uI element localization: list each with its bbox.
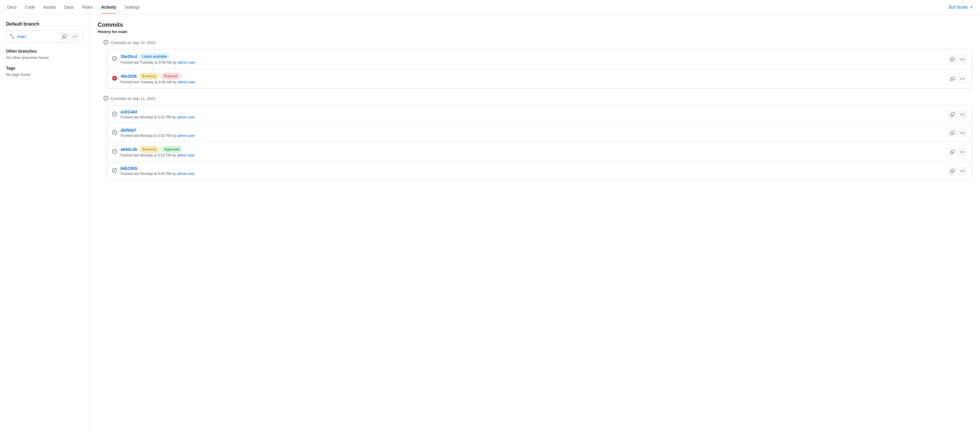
nav-item-settings[interactable]: Settings <box>124 1 140 14</box>
copy-commit-45e2026[interactable] <box>948 75 956 83</box>
commit-hash-35e25cd[interactable]: 35e25cd <box>121 54 137 59</box>
commit-hash-45e2026[interactable]: 45e2026 <box>121 74 137 79</box>
commit-user-a64dc3b[interactable]: admin-user <box>177 153 195 157</box>
commit-title-row-64b15b5: 64b15b5 <box>121 166 948 171</box>
commit-title-row-35e25cd: 35e25cd Latest available <box>121 54 948 59</box>
badge-breaking-a64dc3b: Breaking <box>140 146 159 152</box>
nav-item-docs[interactable]: Docs <box>7 1 17 14</box>
main-layout: Default branch main <box>0 14 980 435</box>
commit-info-35e25cd: 35e25cd Latest available Pushed last Tue… <box>121 54 948 65</box>
branch-box-actions <box>60 33 79 40</box>
commit-card-a64dc3b: a64dc3b Breaking Approved Pushed last Mo… <box>107 142 971 162</box>
other-branches-empty: No other branches found <box>6 56 83 60</box>
view-code-a64dc3b[interactable] <box>958 148 967 156</box>
view-code-45e2026[interactable] <box>958 75 967 83</box>
page-title: Commits <box>98 21 972 28</box>
commit-actions-a64dc3b <box>948 148 967 156</box>
view-code-a18144d[interactable] <box>958 111 967 118</box>
commit-title-row-45e2026: 45e2026 Breaking Rejected <box>121 73 948 79</box>
copy-commit-a64dc3b[interactable] <box>948 148 956 156</box>
branch-box-left: main <box>10 34 26 40</box>
timeline-dot-icon <box>103 40 108 46</box>
date-header-sep12: Commits on Sep 12, 2023 <box>103 40 972 46</box>
commit-hash-a18144d[interactable]: a18144d <box>121 110 137 114</box>
commit-meta-64b15b5: Pushed last Monday at 5:45 PM by admin-u… <box>121 171 948 176</box>
commit-actions-dbf5007 <box>948 129 967 137</box>
commits-group-sep12: Commits on Sep 12, 2023 35e25cd Latest a… <box>98 40 972 89</box>
copy-branch-button[interactable] <box>60 33 68 40</box>
other-branches-heading: Other branches <box>6 49 83 54</box>
top-navigation: Docs Code Assets Deps Rules Activity Set… <box>0 0 980 14</box>
commit-hash-64b15b5[interactable]: 64b15b5 <box>121 166 137 171</box>
commit-ok-icon-a18144d <box>112 111 117 117</box>
sidebar: Default branch main <box>0 14 89 435</box>
commit-title-row-a64dc3b: a64dc3b Breaking Approved <box>121 146 948 152</box>
commits-group-sep11: Commits on Sep 11, 2023 a18144d <box>98 96 972 180</box>
badge-breaking-45e2026: Breaking <box>139 73 159 79</box>
view-code-64b15b5[interactable] <box>958 168 967 175</box>
date-label-sep12: Commits on Sep 12, 2023 <box>111 40 155 45</box>
copy-commit-64b15b5[interactable] <box>948 168 956 175</box>
commit-ok-icon-a64dc3b <box>112 149 117 155</box>
commit-actions-64b15b5 <box>948 168 967 175</box>
badge-latest-available: Latest available <box>139 54 169 59</box>
nav-item-code[interactable]: Code <box>25 1 35 14</box>
history-subtitle: History for main <box>98 29 972 34</box>
commit-info-64b15b5: 64b15b5 Pushed last Monday at 5:45 PM by… <box>121 166 948 176</box>
commit-card-64b15b5: 64b15b5 Pushed last Monday at 5:45 PM by… <box>107 162 971 180</box>
commit-actions-35e25cd <box>948 56 967 63</box>
default-branch-box: main <box>6 30 83 43</box>
commit-meta-a18144d: Pushed last Monday at 5:52 PM by admin-u… <box>121 115 948 119</box>
badge-rejected-45e2026: Rejected <box>161 73 180 79</box>
commit-card-45e2026: 45e2026 Breaking Rejected Pushed last Tu… <box>107 69 971 88</box>
commit-user-64b15b5[interactable]: admin-user <box>177 171 195 176</box>
copy-commit-35e25cd[interactable] <box>948 56 956 63</box>
nav-item-assets[interactable]: Assets <box>43 1 56 14</box>
commit-actions-a18144d <box>948 111 967 118</box>
commit-user-dbf5007[interactable]: admin-user <box>177 133 195 138</box>
commit-meta-a64dc3b: Pushed last Monday at 5:52 PM by admin-u… <box>121 153 948 157</box>
commit-ok-icon-64b15b5 <box>112 168 117 174</box>
commit-ok-icon-dbf5007 <box>112 130 117 136</box>
nav-item-activity[interactable]: Activity <box>101 1 116 14</box>
commit-meta-45e2026: Pushed last Tuesday at 9:08 AM by admin-… <box>121 80 948 84</box>
default-branch-heading: Default branch <box>6 21 83 27</box>
view-code-button[interactable] <box>71 33 79 40</box>
commit-info-a18144d: a18144d Pushed last Monday at 5:52 PM by… <box>121 110 948 119</box>
commit-meta-35e25cd: Pushed last Tuesday at 9:09 AM by admin-… <box>121 60 948 65</box>
view-code-dbf5007[interactable] <box>958 129 967 137</box>
nav-item-deps[interactable]: Deps <box>64 1 74 14</box>
date-label-sep11: Commits on Sep 11, 2023 <box>111 97 155 101</box>
tags-heading: Tags <box>6 66 83 70</box>
nav-item-rules[interactable]: Rules <box>82 1 93 14</box>
buf-studio-link[interactable]: Buf Studio ↗ <box>949 5 973 10</box>
commit-error-icon-45e2026 <box>112 76 117 82</box>
commit-info-45e2026: 45e2026 Breaking Rejected Pushed last Tu… <box>121 73 948 84</box>
commit-actions-45e2026 <box>948 75 967 83</box>
commit-ok-icon-35e25cd <box>112 56 117 62</box>
tags-empty: No tags found <box>6 72 83 77</box>
branch-icon <box>10 34 14 40</box>
badge-approved-a64dc3b: Approved <box>161 146 182 152</box>
view-code-35e25cd[interactable] <box>958 56 967 63</box>
timeline-dot-icon-sep11 <box>103 96 108 102</box>
copy-commit-dbf5007[interactable] <box>948 129 956 137</box>
copy-commit-a18144d[interactable] <box>948 111 956 118</box>
commit-title-row-a18144d: a18144d <box>121 110 948 114</box>
commit-meta-dbf5007: Pushed last Monday at 5:52 PM by admin-u… <box>121 133 948 138</box>
commit-user-a18144d[interactable]: admin-user <box>177 115 195 119</box>
commit-card-a18144d: a18144d Pushed last Monday at 5:52 PM by… <box>107 105 971 124</box>
content-area: Commits History for main Commits on Sep … <box>89 14 980 435</box>
commit-user-45e2026[interactable]: admin-user <box>177 80 195 84</box>
commit-hash-dbf5007[interactable]: dbf5007 <box>121 128 136 133</box>
commit-card-dbf5007: dbf5007 Pushed last Monday at 5:52 PM by… <box>107 124 971 142</box>
commit-hash-a64dc3b[interactable]: a64dc3b <box>121 147 137 152</box>
branch-name-label: main <box>17 34 26 39</box>
commit-title-row-dbf5007: dbf5007 <box>121 128 948 133</box>
commit-list-sep11: a18144d Pushed last Monday at 5:52 PM by… <box>107 105 972 180</box>
date-header-sep11: Commits on Sep 11, 2023 <box>103 96 972 102</box>
commit-user-35e25cd[interactable]: admin-user <box>177 60 195 65</box>
commit-info-a64dc3b: a64dc3b Breaking Approved Pushed last Mo… <box>121 146 948 157</box>
commit-info-dbf5007: dbf5007 Pushed last Monday at 5:52 PM by… <box>121 128 948 138</box>
commit-list-sep12: 35e25cd Latest available Pushed last Tue… <box>107 49 972 89</box>
